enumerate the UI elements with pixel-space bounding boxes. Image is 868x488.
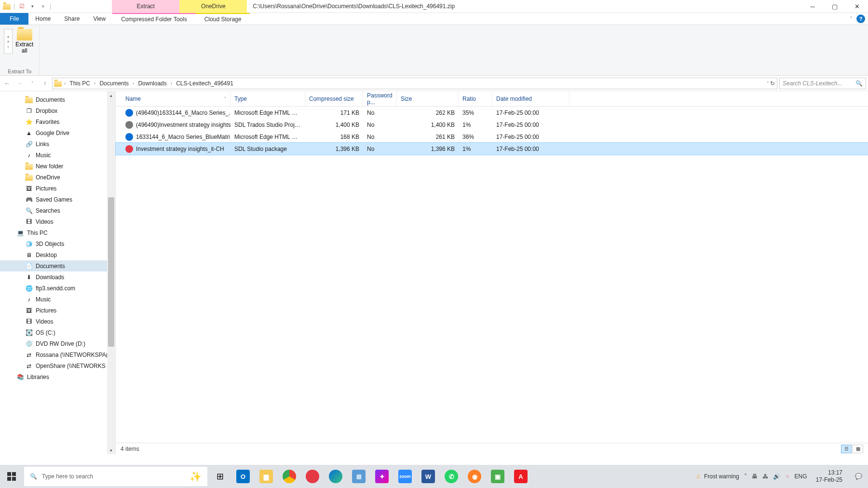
tree-item[interactable]: Documents bbox=[0, 94, 115, 105]
up-button[interactable]: ↑ bbox=[40, 78, 50, 89]
tray-volume-icon[interactable]: 🔊 bbox=[773, 473, 780, 480]
col-password[interactable]: Password p... bbox=[363, 91, 397, 106]
tree-item[interactable]: 🎞Videos bbox=[0, 316, 115, 327]
file-row[interactable]: Investment strategy insights_it-CHSDL St… bbox=[116, 143, 868, 155]
tab-share[interactable]: Share bbox=[57, 13, 86, 25]
action-center-icon[interactable]: 💬 bbox=[851, 473, 866, 480]
col-compressed-size[interactable]: Compressed size bbox=[305, 91, 363, 106]
qat-overflow-icon[interactable]: ≡ bbox=[39, 2, 47, 10]
checkbox-icon[interactable]: ☑ bbox=[18, 2, 26, 10]
minimize-button[interactable]: ─ bbox=[801, 0, 824, 13]
chevron-right-icon[interactable]: › bbox=[63, 81, 67, 86]
search-input[interactable]: Search CLS-Lexitech... 🔍 bbox=[779, 78, 866, 89]
breadcrumb[interactable]: Downloads bbox=[136, 78, 168, 89]
app-edge[interactable] bbox=[324, 465, 347, 488]
app-zoom[interactable]: zoom bbox=[393, 465, 417, 488]
tree-item[interactable]: 🎞Videos bbox=[0, 216, 115, 227]
extract-destination-gallery[interactable]: ▴ ▾ ▿ bbox=[4, 29, 13, 54]
tree-item[interactable]: 🧊3D Objects bbox=[0, 238, 115, 249]
col-type[interactable]: Type bbox=[231, 91, 305, 106]
tree-item[interactable]: 🖼Pictures bbox=[0, 305, 115, 316]
app-green[interactable]: ▣ bbox=[486, 465, 509, 488]
tree-item[interactable]: ⭐Favorites bbox=[0, 116, 115, 127]
tree-item[interactable]: OneDrive bbox=[0, 172, 115, 183]
app-calculator[interactable]: ⊞ bbox=[347, 465, 370, 488]
address-bar[interactable]: › This PC › Documents › Downloads › CLS-… bbox=[52, 78, 777, 89]
app-outlook[interactable]: O bbox=[231, 465, 255, 488]
tab-home[interactable]: Home bbox=[28, 13, 57, 25]
col-name[interactable]: Name˄ bbox=[122, 91, 231, 106]
app-word[interactable]: W bbox=[417, 465, 440, 488]
tree-item[interactable]: ⇄Rossana (\\NETWORKSPA( bbox=[0, 349, 115, 360]
breadcrumb[interactable]: This PC bbox=[68, 78, 92, 89]
weather-widget[interactable]: ⚠ Frost warning bbox=[696, 473, 739, 480]
tray-input-icon[interactable]: ⁘ bbox=[785, 473, 790, 480]
tab-compressed-folder-tools[interactable]: Compressed Folder Tools bbox=[112, 13, 196, 25]
chevron-right-icon[interactable]: › bbox=[132, 81, 135, 86]
chevron-right-icon[interactable]: › bbox=[170, 81, 173, 86]
view-details-button[interactable]: ☰ bbox=[841, 445, 852, 453]
app-whatsapp[interactable]: ✆ bbox=[440, 465, 463, 488]
tray-language[interactable]: ENG bbox=[795, 473, 807, 480]
breadcrumb[interactable]: CLS-Lexitech_496491 bbox=[174, 78, 235, 89]
app-orange-circle[interactable]: ◉ bbox=[463, 465, 486, 488]
help-icon[interactable]: ? bbox=[856, 14, 865, 23]
scroll-down-icon[interactable]: ▾ bbox=[107, 446, 115, 454]
app-chrome[interactable] bbox=[278, 465, 301, 488]
tree-item[interactable]: 🖼Pictures bbox=[0, 183, 115, 194]
tab-file[interactable]: File bbox=[0, 13, 28, 25]
tree-item[interactable]: 💻This PC bbox=[0, 227, 115, 238]
tree-item[interactable]: 💽OS (C:) bbox=[0, 327, 115, 338]
app-purple[interactable]: ✦ bbox=[370, 465, 393, 488]
tree-item[interactable]: 🌐ftp3.sendd.com bbox=[0, 283, 115, 294]
file-row[interactable]: (496490)Investment strategy insightsSDL … bbox=[116, 119, 868, 131]
maximize-button[interactable]: ▢ bbox=[824, 0, 846, 13]
tree-item[interactable]: 📚Libraries bbox=[0, 371, 115, 382]
tree-item[interactable]: ⇄OpenShare (\\NETWORKS bbox=[0, 360, 115, 371]
tree-item[interactable]: ⬇Downloads bbox=[0, 271, 115, 283]
app-red-circle[interactable] bbox=[301, 465, 324, 488]
tray-overflow-icon[interactable]: ˄ bbox=[744, 473, 747, 480]
tree-item[interactable]: 💿DVD RW Drive (D:) bbox=[0, 338, 115, 349]
tray-battery-icon[interactable]: 🖶 bbox=[752, 473, 758, 480]
address-dropdown-icon[interactable]: ˅ bbox=[767, 81, 769, 86]
forward-button[interactable]: → bbox=[14, 78, 25, 89]
scroll-up-icon[interactable]: ▴ bbox=[107, 91, 115, 99]
nav-scrollbar[interactable]: ▴ ▾ bbox=[107, 91, 115, 454]
recent-dropdown-icon[interactable]: ˅ bbox=[27, 78, 38, 89]
tree-item[interactable]: New folder bbox=[0, 161, 115, 172]
app-file-explorer[interactable]: ▆ bbox=[255, 465, 278, 488]
breadcrumb[interactable]: Documents bbox=[97, 78, 131, 89]
start-button[interactable] bbox=[0, 465, 23, 488]
tab-view[interactable]: View bbox=[86, 13, 112, 25]
extract-all-button[interactable]: Extract all bbox=[14, 27, 35, 56]
view-thumbnails-button[interactable]: ▦ bbox=[853, 445, 863, 453]
tree-item[interactable]: ♪Music bbox=[0, 149, 115, 161]
task-view-button[interactable]: ⊞ bbox=[208, 465, 231, 488]
tree-item[interactable]: 🔍Searches bbox=[0, 205, 115, 216]
file-row[interactable]: (496490)1633144_6_Macro Series_...Micros… bbox=[116, 107, 868, 119]
back-button[interactable]: ← bbox=[2, 78, 13, 89]
col-size[interactable]: Size bbox=[397, 91, 459, 106]
tree-item[interactable]: 🎮Saved Games bbox=[0, 194, 115, 205]
close-button[interactable]: ✕ bbox=[846, 0, 868, 13]
col-ratio[interactable]: Ratio bbox=[459, 91, 492, 106]
tab-cloud-storage[interactable]: Cloud Storage bbox=[196, 13, 250, 25]
collapse-ribbon-icon[interactable]: ˄ bbox=[850, 16, 853, 22]
tree-item[interactable]: ♪Music bbox=[0, 294, 115, 305]
taskbar-clock[interactable]: 13:17 17-Feb-25 bbox=[812, 469, 846, 484]
refresh-icon[interactable]: ↻ bbox=[770, 80, 775, 87]
scroll-thumb[interactable] bbox=[108, 197, 114, 347]
file-row[interactable]: 1633144_6_Macro Series_BlueMatri...Micro… bbox=[116, 131, 868, 143]
chevron-right-icon[interactable]: › bbox=[93, 81, 96, 86]
navigation-pane[interactable]: Documents❒Dropbox⭐Favorites▲Google Drive… bbox=[0, 91, 116, 454]
tree-item[interactable]: ▲Google Drive bbox=[0, 127, 115, 138]
tree-item[interactable]: 🔗Links bbox=[0, 138, 115, 149]
qat-dropdown-icon[interactable]: ▾ bbox=[28, 2, 36, 10]
tree-item[interactable]: 🖥Desktop bbox=[0, 249, 115, 260]
taskbar-search[interactable]: 🔍 Type here to search ✨ bbox=[24, 467, 207, 486]
tray-network-icon[interactable]: 🖧 bbox=[762, 473, 768, 480]
app-acrobat[interactable]: A bbox=[509, 465, 532, 488]
tree-item[interactable]: ❒Dropbox bbox=[0, 105, 115, 116]
tree-item[interactable]: 📄Documents bbox=[0, 260, 115, 271]
